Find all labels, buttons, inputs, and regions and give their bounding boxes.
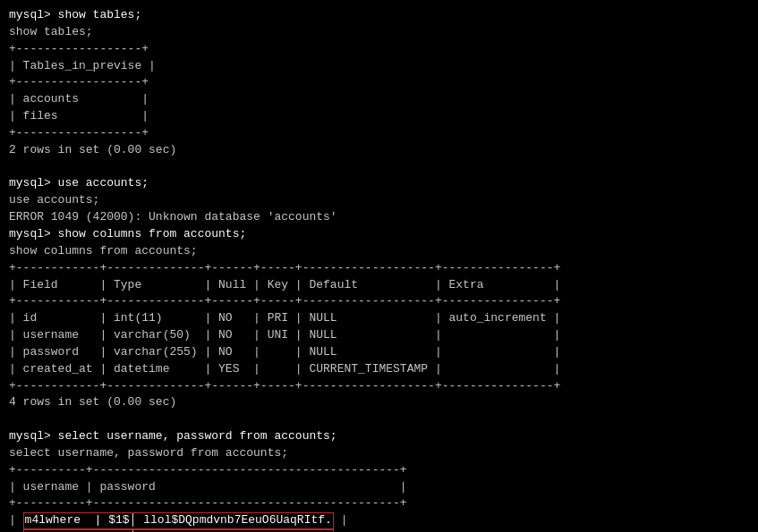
line-24: select username, password from accounts; bbox=[9, 445, 749, 462]
line-5: +------------------+ bbox=[9, 74, 749, 91]
highlighted-row-1: | m4lwhere | $1$│ llol$DQpmdvnb7EeuO6Uaq… bbox=[9, 512, 749, 529]
line-21: 4 rows in set (0.00 sec) bbox=[9, 394, 749, 411]
line-20: +------------+--------------+------+----… bbox=[9, 378, 749, 395]
line-19d: | created_at | datetime | YES | | CURREN… bbox=[9, 361, 749, 378]
line-8: +------------------+ bbox=[9, 125, 749, 142]
row1-post: | bbox=[334, 512, 348, 529]
line-1: mysql> show tables; bbox=[9, 7, 749, 24]
line-16: +------------+--------------+------+----… bbox=[9, 260, 749, 277]
line-17: | Field | Type | Null | Key | Default | … bbox=[9, 277, 749, 294]
line-22 bbox=[9, 411, 749, 428]
line-26: | username | password | bbox=[9, 479, 749, 496]
line-7: | files | bbox=[9, 108, 749, 125]
terminal: mysql> show tables; show tables; +------… bbox=[9, 7, 749, 532]
line-6: | accounts | bbox=[9, 91, 749, 108]
line-2: show tables; bbox=[9, 24, 749, 41]
line-23: mysql> select username, password from ac… bbox=[9, 428, 749, 445]
line-3: +------------------+ bbox=[9, 41, 749, 58]
line-10 bbox=[9, 159, 749, 176]
line-19c: | password | varchar(255) | NO | | NULL … bbox=[9, 344, 749, 361]
line-4: | Tables_in_previse | bbox=[9, 58, 749, 75]
line-15: show columns from accounts; bbox=[9, 243, 749, 260]
line-14: mysql> show columns from accounts; bbox=[9, 226, 749, 243]
line-19a: | id | int(11) | NO | PRI | NULL | auto_… bbox=[9, 310, 749, 327]
line-18: +------------+--------------+------+----… bbox=[9, 293, 749, 310]
line-9: 2 rows in set (0.00 sec) bbox=[9, 142, 749, 159]
line-13: ERROR 1049 (42000): Unknown database 'ac… bbox=[9, 209, 749, 226]
line-27: +----------+----------------------------… bbox=[9, 495, 749, 512]
row1-content: m4lwhere | $1$│ llol$DQpmdvnb7EeuO6UaqRI… bbox=[23, 512, 334, 529]
line-11: mysql> use accounts; bbox=[9, 175, 749, 192]
line-25: +----------+----------------------------… bbox=[9, 462, 749, 479]
line-12: use accounts; bbox=[9, 192, 749, 209]
line-19b: | username | varchar(50) | NO | UNI | NU… bbox=[9, 327, 749, 344]
row1-pre: | bbox=[9, 512, 23, 529]
